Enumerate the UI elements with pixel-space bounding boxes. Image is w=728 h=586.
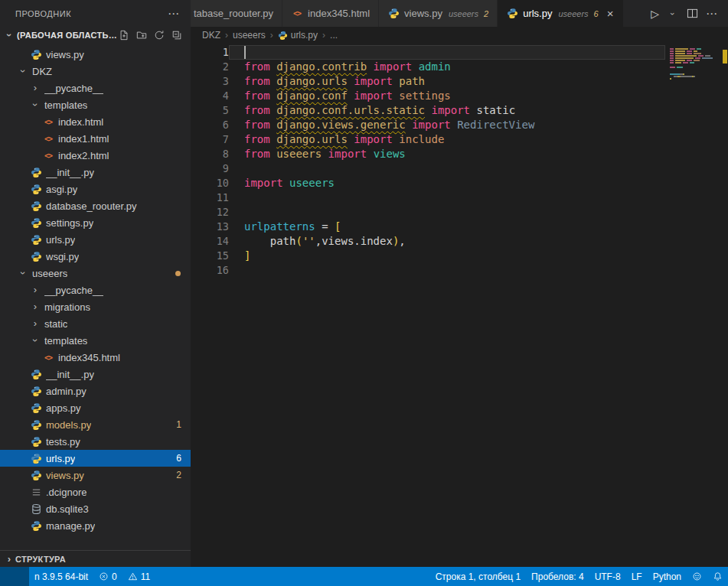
folder-row-__pycache__[interactable]: ›__pycache__ <box>0 80 191 96</box>
run-icon[interactable]: ▷ <box>651 8 659 20</box>
file-row-.dcignore[interactable]: .dcignore <box>0 483 191 500</box>
tab-urls.py[interactable]: urls.pyuseeers6× <box>498 0 624 27</box>
more-actions-icon[interactable]: ⋯ <box>706 7 718 21</box>
file-row-urls.py[interactable]: urls.py6 <box>0 450 191 467</box>
run-dropdown-icon[interactable]: › <box>667 8 679 20</box>
breadcrumb-item-...[interactable]: ... <box>330 30 338 41</box>
code-line-3[interactable]: 3from django.urls import path <box>191 74 665 89</box>
line-content: from django.urls import path <box>229 74 665 89</box>
line-content: from django.urls import include <box>229 132 665 147</box>
folder-row-static[interactable]: ›static <box>0 315 191 332</box>
tab-views.py[interactable]: views.pyuseeers2 <box>379 0 498 27</box>
file-row-views.py[interactable]: views.py2 <box>0 467 191 483</box>
file-row-database_roouter.py[interactable]: database_roouter.py <box>0 197 191 214</box>
status-python-interpreter[interactable]: n 3.9.5 64-bit <box>29 567 93 586</box>
breadcrumb-item-urls.py[interactable]: urls.py <box>278 30 318 41</box>
file-row-models.py[interactable]: models.py1 <box>0 416 191 433</box>
python-icon <box>278 31 288 41</box>
file-label: views.py <box>46 470 84 481</box>
folder-row-templates[interactable]: ›templates <box>0 332 191 349</box>
code-line-2[interactable]: 2from django.contrib import admin <box>191 60 665 74</box>
python-icon <box>29 184 43 195</box>
tab-index345.html[interactable]: <>index345.html <box>282 0 379 27</box>
code-line-14[interactable]: 14 path('',views.index), <box>191 234 665 249</box>
status-indentation[interactable]: Пробелов: 4 <box>526 567 589 586</box>
tab-tabase_roouter.py[interactable]: tabase_roouter.py <box>191 0 282 27</box>
file-row-urls.py[interactable]: urls.py <box>0 231 191 248</box>
file-row-index1.html[interactable]: <>index1.html <box>0 130 191 147</box>
code-line-1[interactable]: 1 <box>191 45 665 60</box>
file-row-apps.py[interactable]: apps.py <box>0 399 191 416</box>
file-row-__init__.py[interactable]: __init__.py <box>0 366 191 383</box>
line-content: from useeers import views <box>229 147 665 161</box>
code-line-8[interactable]: 8from useeers import views <box>191 147 665 161</box>
folder-row-templates[interactable]: ›templates <box>0 96 191 113</box>
status-problems-errors[interactable]: 0 <box>93 567 122 586</box>
feedback-icon <box>692 571 702 581</box>
code-line-13[interactable]: 13urlpatterns = [ <box>191 220 665 234</box>
code-line-12[interactable]: 12 <box>191 205 665 220</box>
folder-row-useeers[interactable]: ›useeers <box>0 265 191 282</box>
code-line-15[interactable]: 15] <box>191 249 665 263</box>
minimap[interactable] <box>670 46 720 83</box>
code-line-9[interactable]: 9 <box>191 161 665 176</box>
remote-indicator[interactable] <box>0 567 29 586</box>
file-row-settings.py[interactable]: settings.py <box>0 214 191 231</box>
code-line-10[interactable]: 10import useeers <box>191 176 665 190</box>
code-line-5[interactable]: 5from django.conf.urls.static import sta… <box>191 103 665 118</box>
line-number: 6 <box>191 118 229 132</box>
file-row-wsgi.py[interactable]: wsgi.py <box>0 248 191 265</box>
file-label: database_roouter.py <box>46 200 137 212</box>
code-line-4[interactable]: 4from django.conf import settings <box>191 89 665 103</box>
file-row-index2.html[interactable]: <>index2.html <box>0 147 191 164</box>
chevron-right-icon: › <box>29 82 41 94</box>
more-actions-icon[interactable]: ⋯ <box>168 7 180 21</box>
outline-section-header[interactable]: › СТРУКТУРА <box>0 550 191 567</box>
file-row-asgi.py[interactable]: asgi.py <box>0 181 191 197</box>
folder-row-DKZ[interactable]: ›DKZ <box>0 63 191 80</box>
code-area[interactable]: 12from django.contrib import admin3from … <box>191 44 728 567</box>
file-label: admin.py <box>46 386 87 397</box>
new-file-icon[interactable] <box>118 29 130 41</box>
file-row-db.sqlite3[interactable]: db.sqlite3 <box>0 500 191 517</box>
tab-bar: tabase_roouter.py<>index345.htmlviews.py… <box>191 0 728 27</box>
collapse-folders-icon[interactable] <box>171 29 183 41</box>
status-eol-sequence[interactable]: LF <box>626 567 648 586</box>
status-encoding[interactable]: UTF-8 <box>589 567 626 586</box>
file-label: __pycache__ <box>44 83 103 94</box>
tab-strip: tabase_roouter.py<>index345.htmlviews.py… <box>191 0 641 27</box>
breadcrumb-item-DKZ[interactable]: DKZ <box>202 30 220 41</box>
close-icon[interactable]: × <box>606 8 615 19</box>
breadcrumb-label: ... <box>330 30 338 41</box>
code-line-16[interactable]: 16 <box>191 263 665 278</box>
status-language-mode[interactable]: Python <box>648 567 687 586</box>
file-row-views.py[interactable]: views.py <box>0 46 191 63</box>
python-icon <box>29 251 43 262</box>
line-content: urlpatterns = [ <box>229 220 665 234</box>
status-problems-warnings[interactable]: 11 <box>122 567 155 586</box>
folder-row-migrations[interactable]: ›migrations <box>0 298 191 315</box>
file-row-admin.py[interactable]: admin.py <box>0 383 191 399</box>
overview-ruler[interactable] <box>722 44 728 567</box>
status-feedback[interactable] <box>687 567 707 586</box>
status-bell[interactable] <box>707 567 728 586</box>
code-line-6[interactable]: 6from django.views.generic import Redire… <box>191 118 665 132</box>
file-row-manage.py[interactable]: manage.py <box>0 517 191 534</box>
file-label: __init__.py <box>46 167 94 178</box>
text-cursor <box>244 46 246 59</box>
folder-row-__pycache__[interactable]: ›__pycache__ <box>0 282 191 298</box>
code-line-7[interactable]: 7from django.urls import include <box>191 132 665 147</box>
python-icon <box>29 217 43 229</box>
file-row-index345.html[interactable]: <>index345.html <box>0 349 191 366</box>
breadcrumb-item-useeers[interactable]: useeers <box>233 30 266 41</box>
code-line-11[interactable]: 11 <box>191 190 665 205</box>
file-row-index.html[interactable]: <>index.html <box>0 113 191 130</box>
new-folder-icon[interactable] <box>135 29 148 41</box>
status-cursor-position[interactable]: Строка 1, столбец 1 <box>430 567 526 586</box>
workspace-section-header[interactable]: › (РАБОЧАЯ ОБЛАСТЬ) ... <box>0 27 191 44</box>
file-row-__init__.py[interactable]: __init__.py <box>0 164 191 181</box>
line-content: ] <box>229 249 665 263</box>
file-row-tests.py[interactable]: tests.py <box>0 433 191 450</box>
refresh-explorer-icon[interactable] <box>153 29 165 41</box>
split-editor-icon[interactable] <box>687 8 698 19</box>
